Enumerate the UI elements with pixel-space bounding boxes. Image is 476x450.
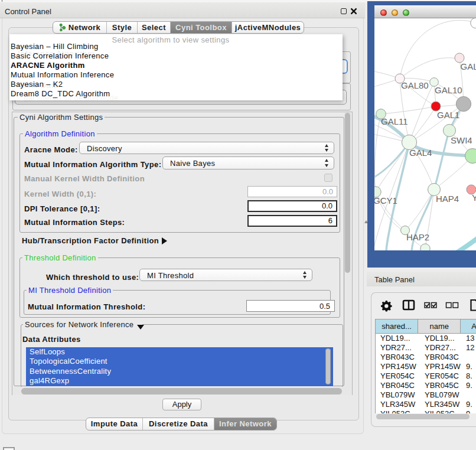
svg-text:GAL11: GAL11 (381, 116, 408, 126)
svg-text:GAL7: GAL7 (461, 61, 476, 71)
svg-text:SWI4: SWI4 (451, 135, 472, 145)
svg-text:GCY1: GCY1 (374, 195, 397, 206)
svg-text:GAL10: GAL10 (435, 85, 462, 95)
svg-text:HAP2: HAP2 (406, 232, 429, 242)
svg-text:GAL80: GAL80 (401, 80, 429, 90)
svg-text:GAL1: GAL1 (437, 110, 459, 120)
svg-text:HAP4: HAP4 (436, 194, 459, 204)
svg-text:Y: Y (472, 193, 476, 203)
svg-text:GAL4: GAL4 (409, 148, 432, 158)
